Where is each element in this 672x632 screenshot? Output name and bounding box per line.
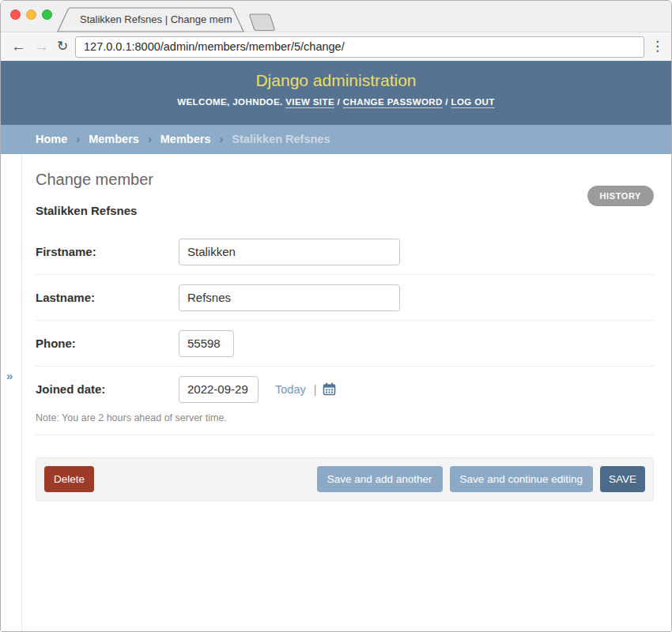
date-shortcuts: Today | (275, 382, 336, 396)
page-title: Change member (36, 154, 654, 189)
forward-icon: → (34, 36, 49, 58)
back-icon[interactable]: ← (11, 36, 26, 58)
submit-row: Delete Save and add another Save and con… (36, 457, 654, 501)
breadcrumb-members-model-link[interactable]: Members (160, 133, 211, 145)
minimize-window-button[interactable] (26, 9, 36, 20)
history-button[interactable]: HISTORY (587, 186, 655, 206)
breadcrumb-separator: › (76, 133, 80, 145)
joined-date-label: Joined date: (36, 382, 179, 396)
user-tools: WELCOME, JOHNDOE. VIEW SITE / CHANGE PAS… (1, 97, 671, 107)
phone-field[interactable] (179, 330, 234, 357)
sidebar-gutter: » (1, 154, 22, 632)
firstname-field[interactable] (179, 239, 400, 265)
tab-title[interactable]: Stalikken Refsnes | Change mem (80, 13, 232, 25)
breadcrumb-current: Stalikken Refsnes (232, 133, 330, 145)
breadcrumb-home-link[interactable]: Home (36, 133, 67, 145)
browser-window: Stalikken Refsnes | Change mem ← → ↻ 127… (0, 0, 672, 632)
breadcrumb-separator: › (148, 133, 152, 145)
calendar-icon[interactable] (323, 382, 336, 396)
browser-tab-strip: Stalikken Refsnes | Change mem (1, 1, 671, 32)
breadcrumb: Home › Members › Members › Stalikken Ref… (1, 125, 671, 154)
browser-toolbar: ← → ↻ 127.0.0.1:8000/admin/members/membe… (1, 32, 671, 61)
reload-icon[interactable]: ↻ (57, 36, 68, 58)
change-password-link[interactable]: CHANGE PASSWORD (343, 97, 443, 107)
form-row-joined-date: Joined date: Today | (36, 367, 654, 435)
delete-button[interactable]: Delete (44, 466, 94, 492)
welcome-period: . (280, 97, 283, 107)
breadcrumb-separator: › (219, 133, 223, 145)
window-controls (10, 9, 52, 20)
today-link[interactable]: Today (275, 383, 306, 396)
log-out-link[interactable]: LOG OUT (451, 97, 495, 107)
timezone-note: Note: You are 2 hours ahead of server ti… (36, 412, 654, 434)
joined-date-controls: Joined date: Today | (36, 367, 654, 412)
content-area: » Change member HISTORY Stalikken Refsne… (1, 154, 671, 632)
save-and-add-another-button[interactable]: Save and add another (317, 466, 443, 492)
welcome-text: WELCOME, (177, 97, 229, 107)
firstname-label: Firstname: (36, 245, 179, 258)
view-site-link[interactable]: VIEW SITE (285, 97, 334, 107)
admin-header: Django administration WELCOME, JOHNDOE. … (1, 61, 671, 125)
browser-menu-icon[interactable]: ⋮ (651, 37, 664, 56)
maximize-window-button[interactable] (42, 9, 52, 20)
shortcut-separator: | (314, 383, 317, 396)
form-row-phone: Phone: (36, 321, 654, 367)
save-button[interactable]: SAVE (600, 466, 645, 492)
phone-label: Phone: (36, 337, 179, 350)
link-separator: / (338, 97, 341, 107)
form-row-firstname: Firstname: (36, 229, 654, 275)
object-name: Stalikken Refsnes (36, 204, 654, 217)
address-bar[interactable]: 127.0.0.1:8000/admin/members/member/5/ch… (75, 36, 644, 58)
save-and-continue-button[interactable]: Save and continue editing (450, 466, 593, 492)
sidebar-toggle-icon[interactable]: » (6, 369, 13, 382)
lastname-label: Lastname: (36, 291, 179, 304)
joined-date-field[interactable] (179, 376, 259, 403)
change-form: Firstname: Lastname: Phone: Joined date: (36, 229, 654, 501)
form-row-lastname: Lastname: (36, 275, 654, 321)
close-window-button[interactable] (10, 9, 21, 20)
site-title[interactable]: Django administration (1, 61, 671, 90)
lastname-field[interactable] (179, 284, 400, 311)
username: JOHNDOE (232, 97, 280, 107)
main-panel: Change member HISTORY Stalikken Refsnes … (36, 154, 654, 501)
breadcrumb-members-app-link[interactable]: Members (89, 133, 139, 145)
link-separator: / (445, 97, 448, 107)
